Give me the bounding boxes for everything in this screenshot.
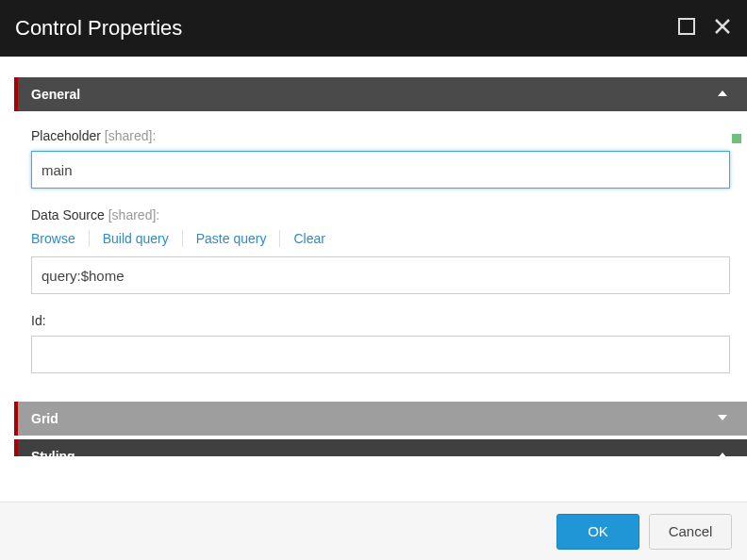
section-title: General [31, 87, 80, 102]
datasource-input[interactable] [31, 256, 730, 294]
datasource-label: Data Source [shared]: [31, 207, 730, 222]
ok-button[interactable]: OK [556, 514, 639, 550]
chevron-down-icon [715, 410, 730, 428]
chevron-up-icon [715, 86, 730, 104]
section-title: Styling [31, 449, 75, 456]
section-header-styling[interactable]: Styling [14, 439, 747, 456]
datasource-action-links: Browse Build query Paste query Clear [31, 230, 730, 247]
chevron-up-icon [715, 448, 730, 457]
dialog-titlebar: Control Properties [0, 0, 747, 57]
placeholder-label: Placeholder [shared]: [31, 128, 730, 143]
paste-query-link[interactable]: Paste query [183, 231, 280, 246]
maximize-icon[interactable] [677, 17, 696, 40]
section-body-general: Placeholder [shared]: Data Source [share… [14, 111, 747, 398]
validation-marker-icon [732, 134, 741, 143]
section-title: Grid [31, 411, 58, 426]
placeholder-input[interactable] [31, 151, 730, 189]
id-input[interactable] [31, 336, 730, 373]
build-query-link[interactable]: Build query [90, 231, 182, 246]
browse-link[interactable]: Browse [31, 231, 89, 246]
id-label: Id: [31, 313, 730, 328]
content-scroll-area[interactable]: General Placeholder [shared]: Data Sourc… [0, 57, 747, 502]
svg-rect-0 [679, 19, 694, 34]
dialog-title: Control Properties [15, 16, 677, 41]
section-header-grid[interactable]: Grid [14, 402, 747, 436]
control-properties-dialog: Control Properties General Placeho [0, 0, 747, 560]
section-header-general[interactable]: General [14, 77, 747, 111]
close-icon[interactable] [713, 17, 732, 40]
cancel-button[interactable]: Cancel [649, 514, 732, 550]
clear-link[interactable]: Clear [280, 231, 338, 246]
dialog-footer: OK Cancel [0, 502, 747, 560]
